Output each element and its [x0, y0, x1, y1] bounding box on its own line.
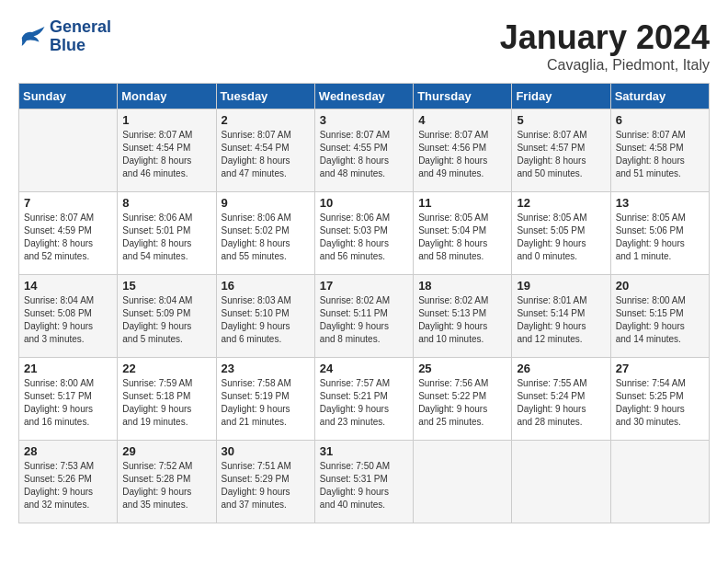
calendar-cell: 20Sunrise: 8:00 AM Sunset: 5:15 PM Dayli… [610, 275, 709, 358]
header-day-tuesday: Tuesday [216, 84, 314, 109]
header-day-wednesday: Wednesday [314, 84, 413, 109]
calendar-cell: 18Sunrise: 8:02 AM Sunset: 5:13 PM Dayli… [414, 275, 512, 358]
day-number: 1 [122, 113, 210, 127]
day-info: Sunrise: 7:56 AM Sunset: 5:22 PM Dayligh… [418, 377, 506, 429]
calendar-cell: 29Sunrise: 7:52 AM Sunset: 5:28 PM Dayli… [118, 441, 216, 523]
calendar-cell: 8Sunrise: 8:06 AM Sunset: 5:01 PM Daylig… [118, 192, 216, 275]
day-number: 4 [418, 113, 506, 127]
day-number: 10 [320, 196, 408, 210]
day-info: Sunrise: 8:02 AM Sunset: 5:13 PM Dayligh… [418, 294, 506, 346]
day-number: 8 [122, 196, 210, 210]
day-info: Sunrise: 8:05 AM Sunset: 5:06 PM Dayligh… [616, 212, 704, 263]
day-info: Sunrise: 8:06 AM Sunset: 5:01 PM Dayligh… [122, 212, 210, 263]
week-row-2: 7Sunrise: 8:07 AM Sunset: 4:59 PM Daylig… [19, 192, 710, 275]
day-number: 21 [24, 362, 112, 375]
day-info: Sunrise: 8:07 AM Sunset: 4:59 PM Dayligh… [24, 212, 112, 263]
calendar-cell [512, 441, 610, 523]
day-info: Sunrise: 8:05 AM Sunset: 5:04 PM Dayligh… [418, 212, 506, 263]
calendar-cell: 25Sunrise: 7:56 AM Sunset: 5:22 PM Dayli… [414, 358, 512, 441]
week-row-4: 21Sunrise: 8:00 AM Sunset: 5:17 PM Dayli… [19, 358, 710, 441]
week-row-5: 28Sunrise: 7:53 AM Sunset: 5:26 PM Dayli… [19, 441, 710, 523]
calendar-cell: 9Sunrise: 8:06 AM Sunset: 5:02 PM Daylig… [216, 192, 314, 275]
calendar-body: 1Sunrise: 8:07 AM Sunset: 4:54 PM Daylig… [19, 109, 710, 523]
calendar-table: SundayMondayTuesdayWednesdayThursdayFrid… [18, 83, 710, 523]
day-number: 29 [122, 444, 210, 458]
calendar-cell: 17Sunrise: 8:02 AM Sunset: 5:11 PM Dayli… [314, 275, 413, 358]
day-number: 30 [222, 444, 310, 458]
day-number: 16 [222, 279, 310, 293]
calendar-cell: 1Sunrise: 8:07 AM Sunset: 4:54 PM Daylig… [118, 109, 216, 192]
header-row: SundayMondayTuesdayWednesdayThursdayFrid… [19, 84, 710, 109]
calendar-cell: 3Sunrise: 8:07 AM Sunset: 4:55 PM Daylig… [314, 109, 413, 192]
day-info: Sunrise: 7:57 AM Sunset: 5:21 PM Dayligh… [320, 377, 408, 429]
day-number: 15 [122, 279, 210, 293]
header-day-saturday: Saturday [610, 84, 709, 109]
day-number: 7 [24, 196, 112, 210]
day-info: Sunrise: 7:58 AM Sunset: 5:19 PM Dayligh… [222, 377, 310, 429]
calendar-cell: 7Sunrise: 8:07 AM Sunset: 4:59 PM Daylig… [19, 192, 118, 275]
calendar-cell: 4Sunrise: 8:07 AM Sunset: 4:56 PM Daylig… [414, 109, 512, 192]
day-number: 25 [418, 362, 506, 375]
calendar-cell: 6Sunrise: 8:07 AM Sunset: 4:58 PM Daylig… [610, 109, 709, 192]
logo-text-line2: Blue [50, 37, 111, 55]
calendar-cell: 21Sunrise: 8:00 AM Sunset: 5:17 PM Dayli… [19, 358, 118, 441]
day-number: 26 [517, 362, 605, 375]
day-info: Sunrise: 8:07 AM Sunset: 4:58 PM Dayligh… [616, 129, 704, 180]
day-info: Sunrise: 8:06 AM Sunset: 5:03 PM Dayligh… [320, 212, 408, 263]
day-info: Sunrise: 8:03 AM Sunset: 5:10 PM Dayligh… [222, 294, 310, 346]
calendar-cell: 19Sunrise: 8:01 AM Sunset: 5:14 PM Dayli… [512, 275, 610, 358]
calendar-cell: 12Sunrise: 8:05 AM Sunset: 5:05 PM Dayli… [512, 192, 610, 275]
calendar-cell [19, 109, 118, 192]
calendar-cell: 10Sunrise: 8:06 AM Sunset: 5:03 PM Dayli… [314, 192, 413, 275]
calendar-cell: 15Sunrise: 8:04 AM Sunset: 5:09 PM Dayli… [118, 275, 216, 358]
day-number: 23 [222, 362, 310, 375]
day-info: Sunrise: 7:52 AM Sunset: 5:28 PM Dayligh… [122, 460, 210, 511]
day-info: Sunrise: 8:04 AM Sunset: 5:09 PM Dayligh… [122, 294, 210, 346]
day-info: Sunrise: 7:53 AM Sunset: 5:26 PM Dayligh… [24, 460, 112, 511]
day-number: 12 [517, 196, 605, 210]
calendar-cell: 23Sunrise: 7:58 AM Sunset: 5:19 PM Dayli… [216, 358, 314, 441]
day-number: 2 [222, 113, 310, 127]
calendar-cell [414, 441, 512, 523]
day-info: Sunrise: 8:07 AM Sunset: 4:56 PM Dayligh… [418, 129, 506, 180]
header-day-friday: Friday [512, 84, 610, 109]
title-block: January 2024 Cavaglia, Piedmont, Italy [500, 18, 710, 74]
day-info: Sunrise: 8:07 AM Sunset: 4:57 PM Dayligh… [517, 129, 605, 180]
day-info: Sunrise: 8:07 AM Sunset: 4:54 PM Dayligh… [122, 129, 210, 180]
day-number: 17 [320, 279, 408, 293]
day-number: 28 [24, 444, 112, 458]
day-info: Sunrise: 7:59 AM Sunset: 5:18 PM Dayligh… [122, 377, 210, 429]
day-number: 14 [24, 279, 112, 293]
page-header: General Blue January 2024 Cavaglia, Pied… [18, 18, 710, 74]
day-number: 3 [320, 113, 408, 127]
week-row-1: 1Sunrise: 8:07 AM Sunset: 4:54 PM Daylig… [19, 109, 710, 192]
calendar-cell: 5Sunrise: 8:07 AM Sunset: 4:57 PM Daylig… [512, 109, 610, 192]
day-number: 24 [320, 362, 408, 375]
calendar-cell: 26Sunrise: 7:55 AM Sunset: 5:24 PM Dayli… [512, 358, 610, 441]
day-info: Sunrise: 8:01 AM Sunset: 5:14 PM Dayligh… [517, 294, 605, 346]
calendar-cell: 14Sunrise: 8:04 AM Sunset: 5:08 PM Dayli… [19, 275, 118, 358]
calendar-cell: 31Sunrise: 7:50 AM Sunset: 5:31 PM Dayli… [314, 441, 413, 523]
day-number: 27 [616, 362, 704, 375]
logo-bird-icon [18, 25, 46, 48]
calendar-cell: 27Sunrise: 7:54 AM Sunset: 5:25 PM Dayli… [610, 358, 709, 441]
header-day-monday: Monday [118, 84, 216, 109]
logo: General Blue [18, 18, 111, 55]
day-number: 22 [122, 362, 210, 375]
day-number: 5 [517, 113, 605, 127]
day-info: Sunrise: 8:05 AM Sunset: 5:05 PM Dayligh… [517, 212, 605, 263]
header-day-sunday: Sunday [19, 84, 118, 109]
calendar-cell: 11Sunrise: 8:05 AM Sunset: 5:04 PM Dayli… [414, 192, 512, 275]
logo-text-line1: General [50, 18, 111, 37]
week-row-3: 14Sunrise: 8:04 AM Sunset: 5:08 PM Dayli… [19, 275, 710, 358]
day-info: Sunrise: 7:55 AM Sunset: 5:24 PM Dayligh… [517, 377, 605, 429]
day-number: 13 [616, 196, 704, 210]
calendar-cell: 13Sunrise: 8:05 AM Sunset: 5:06 PM Dayli… [610, 192, 709, 275]
calendar-header: SundayMondayTuesdayWednesdayThursdayFrid… [19, 84, 710, 109]
day-info: Sunrise: 7:51 AM Sunset: 5:29 PM Dayligh… [222, 460, 310, 511]
day-number: 11 [418, 196, 506, 210]
calendar-cell: 28Sunrise: 7:53 AM Sunset: 5:26 PM Dayli… [19, 441, 118, 523]
day-number: 9 [222, 196, 310, 210]
calendar-subtitle: Cavaglia, Piedmont, Italy [500, 57, 710, 74]
header-day-thursday: Thursday [414, 84, 512, 109]
